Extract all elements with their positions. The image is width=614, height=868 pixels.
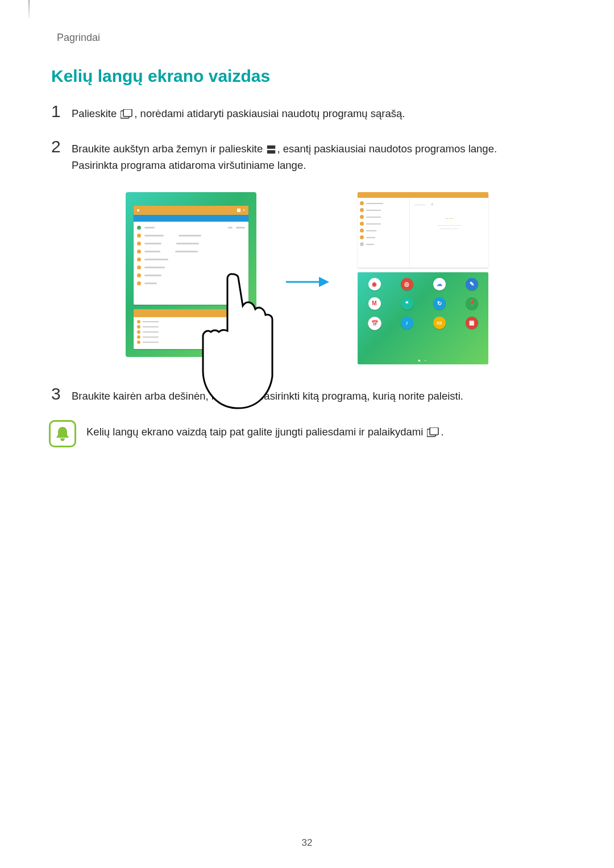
svg-rect-3 <box>267 150 275 153</box>
page-binding-mark <box>28 0 30 18</box>
bell-icon <box>49 420 76 447</box>
step-1: 1 Palieskite , norėdami atidaryti paskia… <box>51 103 563 122</box>
section-label: Pagrindai <box>57 32 563 44</box>
mock-card-header <box>134 309 248 317</box>
step-3: 3 Braukite kairėn arba dešinėn, norėdami… <box>51 385 563 405</box>
manual-page: Pagrindai Kelių langų ekrano vaizdas 1 P… <box>0 0 614 868</box>
svg-rect-7 <box>430 427 438 435</box>
note-text-after: . <box>441 426 443 438</box>
mock-home-grid: ◉ ◎ ☁ ✎ M ❝ ↻ 📍 📅 ♪ ▭ ▦ <box>362 278 484 330</box>
step-body: Braukite kairėn arba dešinėn, norėdami p… <box>72 385 463 405</box>
svg-rect-1 <box>123 109 132 117</box>
steps-list: 1 Palieskite , norėdami atidaryti paskia… <box>51 103 563 447</box>
note-text-before: Kelių langų ekrano vaizdą taip pat galit… <box>86 426 426 438</box>
page-title: Kelių langų ekrano vaizdas <box>51 67 563 86</box>
svg-rect-2 <box>267 145 275 148</box>
step-text-after: , esantį paskiausiai naudotos programos … <box>277 143 497 155</box>
step-text-after: , norėdami atidaryti paskiausiai naudotų… <box>134 107 405 119</box>
step-body: Palieskite , norėdami atidaryti paskiaus… <box>72 103 405 122</box>
recent-apps-icon <box>121 109 133 119</box>
recent-apps-icon <box>427 427 439 437</box>
page-number: 32 <box>0 837 614 849</box>
svg-marker-5 <box>319 277 329 287</box>
step-number: 3 <box>51 385 72 402</box>
mock-top-pane-header <box>358 192 488 198</box>
step-text-before: Braukite aukštyn arba žemyn ir palieskit… <box>72 143 265 155</box>
step-text-line2: Pasirinkta programa atidaroma viršutinia… <box>72 157 497 174</box>
mock-search-bar: × <box>134 206 248 215</box>
note-body: Kelių langų ekrano vaizdą taip pat galit… <box>86 420 444 441</box>
figure-before-screen: × <box>126 192 256 357</box>
figure-after-screen: —— + — — ———— ———— ———— —— ◉ ◎ ☁ <box>358 192 488 357</box>
tip-note: Kelių langų ekrano vaizdą taip pat galit… <box>51 420 563 447</box>
instruction-figure: × <box>51 192 563 357</box>
arrow-right-icon <box>285 259 329 290</box>
step-text-before: Palieskite <box>72 107 119 119</box>
step-body: Braukite aukštyn arba žemyn ir palieskit… <box>72 138 497 174</box>
step-number: 1 <box>51 103 72 120</box>
split-screen-icon <box>267 145 276 154</box>
step-2: 2 Braukite aukštyn arba žemyn ir paliesk… <box>51 138 563 174</box>
step-number: 2 <box>51 138 72 155</box>
